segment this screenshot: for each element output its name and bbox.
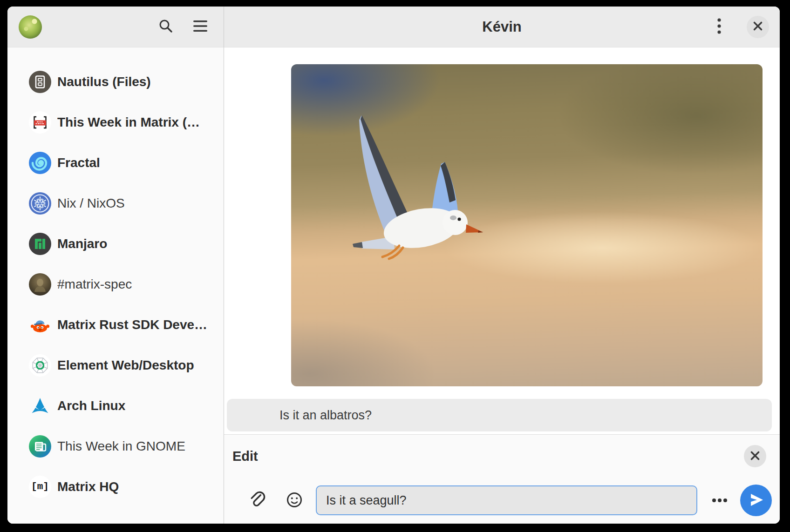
main-menu-button[interactable]	[189, 16, 211, 38]
room-name: #matrix-spec	[57, 277, 132, 292]
attach-file-button[interactable]	[246, 489, 268, 512]
message-bubble: Is it an albatros?	[227, 399, 772, 431]
matrix-m-icon: [m]	[29, 476, 51, 498]
fractal-spiral-icon	[29, 152, 51, 174]
room-name: Nautilus (Files)	[57, 74, 151, 89]
send-button[interactable]	[740, 485, 772, 516]
ferris-crab-icon	[29, 314, 51, 336]
edit-panel: Edit	[224, 434, 780, 523]
message-input[interactable]	[316, 485, 697, 515]
sidebar-room-arch[interactable]: Arch Linux	[7, 385, 224, 426]
room-menu-button[interactable]	[708, 16, 730, 38]
seagull-illustration	[291, 64, 763, 386]
edit-mode-bar: Edit	[224, 435, 780, 478]
room-name: Arch Linux	[57, 398, 125, 413]
close-icon	[750, 451, 760, 462]
sidebar-room-rust-sdk[interactable]: Matrix Rust SDK Deve…	[7, 304, 224, 345]
close-icon	[753, 21, 763, 33]
sidebar-room-fractal[interactable]: Fractal	[7, 142, 224, 183]
chat-title: Kévin	[224, 19, 780, 35]
more-options-button[interactable]	[708, 489, 731, 512]
message-image[interactable]	[291, 64, 763, 386]
sidebar-room-element[interactable]: Element Web/Desktop	[7, 345, 224, 385]
room-name: This Week in GNOME	[57, 439, 185, 454]
sidebar-room-matrix-spec[interactable]: #matrix-spec	[7, 264, 224, 304]
sidebar-room-manjaro[interactable]: Manjaro	[7, 223, 224, 264]
chat-panel: Kévin	[224, 7, 780, 524]
twig-newspaper-icon	[29, 435, 51, 458]
manjaro-logo-icon	[29, 233, 51, 255]
cancel-edit-button[interactable]	[744, 445, 766, 467]
emoji-button[interactable]	[283, 489, 306, 512]
portrait-photo-avatar	[29, 273, 51, 296]
room-name: Manjaro	[57, 236, 107, 251]
room-name: Element Web/Desktop	[57, 358, 194, 373]
element-web-icon	[29, 354, 51, 377]
matrix-logo-text: [m]	[31, 481, 49, 492]
search-button[interactable]	[155, 16, 177, 38]
paperclip-icon	[248, 491, 266, 510]
message-composer	[224, 478, 780, 523]
message-text: Is it an albatros?	[279, 408, 372, 423]
arch-logo-icon	[29, 395, 51, 417]
room-name: Matrix HQ	[57, 479, 119, 494]
twim-red-banner-icon	[29, 111, 51, 134]
chat-header: Kévin	[224, 7, 780, 47]
room-name: Matrix Rust SDK Deve…	[57, 317, 207, 332]
room-list: Nautilus (Files) This Week in Matrix (…	[7, 47, 224, 524]
sidebar-room-twig[interactable]: This Week in GNOME	[7, 426, 224, 466]
sidebar-room-matrix-hq[interactable]: [m] Matrix HQ	[7, 466, 224, 507]
sidebar-room-nix[interactable]: Nix / NixOS	[7, 183, 224, 223]
search-icon	[158, 18, 174, 35]
edit-mode-label: Edit	[232, 449, 258, 464]
message-timeline: Is it an albatros?	[224, 47, 780, 434]
smiley-icon	[286, 491, 303, 510]
room-name: Fractal	[57, 155, 100, 170]
room-name: This Week in Matrix (…	[57, 115, 200, 130]
nautilus-drawer-icon	[29, 71, 51, 93]
hamburger-menu-icon	[193, 20, 208, 34]
ellipsis-icon	[712, 497, 728, 504]
close-window-button[interactable]	[747, 16, 769, 38]
nix-snowflake-icon	[29, 192, 51, 215]
sidebar-room-nautilus[interactable]: Nautilus (Files)	[7, 61, 224, 102]
room-name: Nix / NixOS	[57, 196, 125, 211]
sidebar: Nautilus (Files) This Week in Matrix (…	[7, 7, 224, 524]
send-plane-icon	[748, 493, 764, 508]
sidebar-room-twim[interactable]: This Week in Matrix (…	[7, 102, 224, 142]
fractal-app-window: Nautilus (Files) This Week in Matrix (…	[7, 7, 780, 524]
user-avatar[interactable]	[19, 15, 42, 39]
sidebar-header	[7, 7, 224, 47]
kebab-menu-icon	[716, 18, 722, 36]
